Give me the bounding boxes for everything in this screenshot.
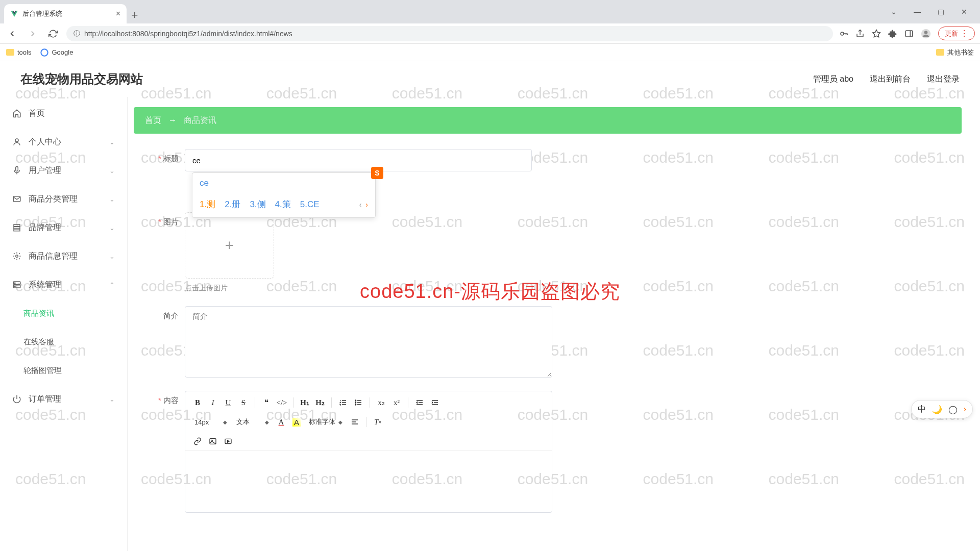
bold-button[interactable]: B — [190, 395, 205, 410]
extensions-icon[interactable] — [888, 29, 897, 38]
sidebar-item-goods[interactable]: 商品信息管理 ⌄ — [0, 242, 127, 270]
circle-icon[interactable]: ◯ — [948, 405, 958, 414]
address-bar[interactable]: ⓘ http://localhost:8080/springbootqi5z1/… — [66, 26, 833, 41]
image-label: 图片 — [149, 212, 185, 293]
tab-title: 后台管理系统 — [22, 9, 62, 18]
close-window-icon[interactable]: ✕ — [952, 0, 976, 23]
indent-button[interactable] — [428, 395, 442, 410]
clear-format-button[interactable]: T× — [371, 415, 385, 429]
forward-button[interactable] — [26, 27, 40, 41]
back-button[interactable] — [5, 27, 19, 41]
ul-button[interactable] — [351, 395, 365, 410]
expand-icon[interactable]: › — [964, 405, 966, 414]
svg-point-3 — [924, 31, 928, 34]
lang-indicator[interactable]: 中 — [918, 404, 926, 415]
bookmark-tools[interactable]: tools — [6, 48, 31, 56]
sidepanel-icon[interactable] — [904, 29, 914, 38]
outdent-button[interactable] — [412, 395, 427, 410]
align-button[interactable] — [348, 415, 362, 429]
chevron-down-icon: ⌄ — [109, 224, 115, 232]
sidebar-item-users[interactable]: 用户管理 ⌄ — [0, 156, 127, 185]
ol-button[interactable] — [336, 395, 350, 410]
editor-body[interactable] — [185, 451, 552, 512]
maximize-icon[interactable]: ▢ — [929, 0, 952, 23]
new-tab-button[interactable]: + — [127, 7, 143, 23]
quote-button[interactable]: ❝ — [259, 395, 274, 410]
svg-rect-9 — [14, 227, 20, 229]
app-header: 在线宠物用品交易网站 管理员 abo 退出到前台 退出登录 — [0, 61, 980, 97]
h1-button[interactable]: H₁ — [298, 395, 312, 410]
chevron-down-icon[interactable]: ⌄ — [882, 0, 905, 23]
svg-point-5 — [15, 139, 18, 142]
ime-candidate[interactable]: 4.策 — [275, 198, 291, 210]
bookmark-google[interactable]: Google — [40, 48, 73, 57]
text-color-button[interactable]: A — [274, 415, 288, 429]
share-icon[interactable] — [855, 29, 865, 38]
browser-tab-strip: 后台管理系统 × + ⌄ — ▢ ✕ — [0, 0, 980, 23]
italic-button[interactable]: I — [206, 395, 220, 410]
ime-candidate[interactable]: 2.册 — [225, 198, 240, 210]
vue-favicon — [10, 10, 18, 18]
reload-button[interactable] — [46, 27, 60, 41]
title-input[interactable] — [185, 149, 532, 171]
link-button[interactable] — [190, 434, 205, 448]
bookmark-other[interactable]: 其他书签 — [936, 48, 974, 57]
code-button[interactable]: </> — [275, 395, 289, 410]
ime-candidate[interactable]: 5.CE — [300, 199, 320, 210]
sidebar-item-orders[interactable]: 订单管理 ⌄ — [0, 385, 127, 413]
strike-button[interactable]: S — [236, 395, 251, 410]
ime-candidate[interactable]: 3.侧 — [250, 198, 265, 210]
arrow-icon: → — [168, 116, 177, 125]
content-label: 内容 — [149, 391, 185, 513]
star-icon[interactable] — [872, 29, 881, 38]
fontfamily-select[interactable]: 标准字体◆ — [305, 415, 347, 429]
sidebar-item-brand[interactable]: 品牌管理 ⌄ — [0, 213, 127, 242]
minimize-icon[interactable]: — — [905, 0, 929, 23]
ime-pagination: ‹ › — [359, 201, 368, 209]
browser-tab[interactable]: 后台管理系统 × — [4, 4, 127, 23]
sidebar-item-category[interactable]: 商品分类管理 ⌄ — [0, 185, 127, 213]
fontsize-select[interactable]: 14px◆ — [190, 415, 231, 429]
video-button[interactable] — [221, 434, 235, 448]
plus-icon: + — [225, 237, 234, 254]
title-label: 标题 — [149, 149, 185, 171]
image-upload[interactable]: + — [185, 212, 274, 279]
admin-label[interactable]: 管理员 abo — [813, 74, 853, 85]
h2-button[interactable]: H₂ — [313, 395, 327, 410]
image-button[interactable] — [206, 434, 220, 448]
sidebar-item-profile[interactable]: 个人中心 ⌄ — [0, 128, 127, 156]
ime-prev[interactable]: ‹ — [359, 201, 362, 209]
sidebar: 首页 个人中心 ⌄ 用户管理 ⌄ 商品分类管理 ⌄ 品牌管理 ⌄ 商品信息管理 … — [0, 97, 128, 551]
ime-composition: ce — [192, 173, 375, 193]
sidebar-item-system[interactable]: 系统管理 ⌃ — [0, 270, 127, 299]
folder-icon — [936, 49, 944, 56]
sidebar-item-service[interactable]: 在线客服 — [0, 328, 127, 356]
ime-candidate[interactable]: 1.测 — [200, 198, 215, 210]
sidebar-item-home[interactable]: 首页 — [0, 99, 127, 128]
bg-color-button[interactable]: A — [289, 415, 304, 429]
svg-rect-1 — [905, 31, 913, 37]
goto-frontend-link[interactable]: 退出到前台 — [870, 74, 911, 85]
sidebar-item-carousel[interactable]: 轮播图管理 — [0, 356, 127, 385]
home-icon — [12, 109, 21, 118]
mic-icon — [12, 166, 21, 175]
ime-status-widget[interactable]: 中 🌙 ◯ › — [911, 400, 973, 418]
blocktype-select[interactable]: 文本◆ — [232, 415, 273, 429]
ime-next[interactable]: › — [365, 201, 368, 209]
logout-link[interactable]: 退出登录 — [927, 74, 960, 85]
breadcrumb-home[interactable]: 首页 — [145, 115, 161, 126]
password-icon[interactable] — [839, 29, 848, 38]
close-icon[interactable]: × — [116, 9, 120, 18]
window-controls: ⌄ — ▢ ✕ — [882, 0, 980, 23]
site-info-icon[interactable]: ⓘ — [74, 29, 80, 38]
update-button[interactable]: 更新⋮ — [938, 27, 975, 40]
profile-icon[interactable] — [921, 29, 931, 39]
breadcrumb: 首页 → 商品资讯 — [134, 107, 962, 134]
intro-textarea[interactable] — [185, 306, 552, 378]
superscript-button[interactable]: x² — [389, 395, 404, 410]
sidebar-item-news[interactable]: 商品资讯 — [0, 299, 127, 328]
subscript-button[interactable]: x₂ — [374, 395, 388, 410]
moon-icon[interactable]: 🌙 — [932, 405, 942, 414]
editor-toolbar: B I U S ❝ </> H₁ H₂ x₂ — [185, 391, 552, 451]
underline-button[interactable]: U — [221, 395, 235, 410]
